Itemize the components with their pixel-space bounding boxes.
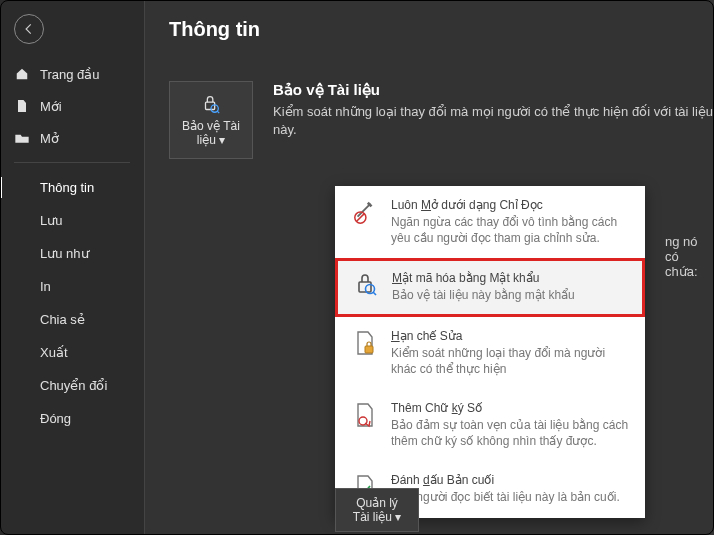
protect-menu-item-0[interactable]: Luôn Mở dưới dạng Chỉ ĐọcNgăn ngừa các t… (335, 186, 645, 258)
menu-item-desc: Bảo vệ tài liệu này bằng mật khẩu (392, 287, 628, 303)
protect-button-label: Bảo vệ Tài liệu ▾ (182, 119, 240, 147)
protect-desc: Kiểm soát những loại thay đổi mà mọi ngư… (273, 103, 714, 139)
protect-menu-item-1[interactable]: Mật mã hóa bằng Mật khẩuBảo vệ tài liệu … (335, 258, 645, 316)
svg-rect-5 (365, 346, 373, 353)
sidebar-item-label: Đóng (40, 411, 71, 426)
sidebar-item-label: Chuyển đổi (40, 378, 107, 393)
sidebar-item-0[interactable]: Thông tin (0, 171, 144, 204)
menu-item-title: Đánh dấu Bản cuối (391, 473, 629, 487)
chevron-down-icon: ▾ (219, 133, 225, 147)
sidebar-item-label: Thông tin (40, 180, 94, 195)
backstage-sidebar: Trang đầuMớiMở Thông tinLưuLưu nhưInChia… (0, 0, 145, 535)
menu-item-title: Mật mã hóa bằng Mật khẩu (392, 271, 628, 285)
sidebar-item-page[interactable]: Mới (0, 90, 144, 122)
manage-document-button[interactable]: Quản lý Tài liệu ▾ (335, 488, 419, 532)
menu-item-title: Hạn chế Sửa (391, 329, 629, 343)
sidebar-item-label: Mở (40, 131, 59, 146)
menu-item-icon (352, 271, 380, 301)
page-title: Thông tin (169, 18, 714, 41)
sidebar-item-label: Mới (40, 99, 62, 114)
sidebar-item-home[interactable]: Trang đầu (0, 58, 144, 90)
menu-item-title: Luôn Mở dưới dạng Chỉ Đọc (391, 198, 629, 212)
page-icon (14, 98, 30, 114)
lock-shield-icon (198, 93, 224, 115)
protect-menu-item-3[interactable]: Thêm Chữ ký SốBảo đảm sự toàn vẹn của tà… (335, 389, 645, 461)
sidebar-item-1[interactable]: Lưu (0, 204, 144, 237)
sidebar-item-4[interactable]: Chia sẻ (0, 303, 144, 336)
sidebar-item-label: Xuất (40, 345, 68, 360)
back-button[interactable] (14, 14, 44, 44)
menu-item-desc: Cho người đọc biết tài liệu này là bản c… (391, 489, 629, 505)
menu-item-desc: Kiểm soát những loại thay đổi mà người k… (391, 345, 629, 377)
sidebar-item-label: Trang đầu (40, 67, 100, 82)
menu-item-icon (351, 198, 379, 228)
main-panel: Thông tin Bảo vệ Tài liệu ▾ Bảo vệ Tài l… (145, 0, 714, 535)
sidebar-item-7[interactable]: Đóng (0, 402, 144, 435)
menu-item-icon (351, 401, 379, 431)
sidebar-item-3[interactable]: In (0, 270, 144, 303)
sidebar-item-2[interactable]: Lưu như (0, 237, 144, 270)
sidebar-separator (14, 162, 130, 163)
sidebar-item-5[interactable]: Xuất (0, 336, 144, 369)
sidebar-item-label: Lưu như (40, 246, 89, 261)
sidebar-item-label: Chia sẻ (40, 312, 85, 327)
truncated-background-text: ng nó có chứa: (665, 234, 714, 279)
sidebar-item-open[interactable]: Mở (0, 122, 144, 154)
menu-item-icon (351, 329, 379, 359)
menu-item-desc: Bảo đảm sự toàn vẹn của tài liệu bằng cá… (391, 417, 629, 449)
chevron-down-icon: ▾ (395, 510, 401, 524)
protect-document-menu: Luôn Mở dưới dạng Chỉ ĐọcNgăn ngừa các t… (335, 186, 645, 518)
home-icon (14, 66, 30, 82)
arrow-left-icon (22, 22, 36, 36)
menu-item-desc: Ngăn ngừa các thay đổi vô tình bằng cách… (391, 214, 629, 246)
protect-menu-item-2[interactable]: Hạn chế SửaKiểm soát những loại thay đổi… (335, 317, 645, 389)
sidebar-item-6[interactable]: Chuyển đổi (0, 369, 144, 402)
sidebar-item-label: Lưu (40, 213, 62, 228)
open-icon (14, 130, 30, 146)
protect-title: Bảo vệ Tài liệu (273, 81, 714, 99)
protect-document-button[interactable]: Bảo vệ Tài liệu ▾ (169, 81, 253, 159)
menu-item-title: Thêm Chữ ký Số (391, 401, 629, 415)
sidebar-item-label: In (40, 279, 51, 294)
